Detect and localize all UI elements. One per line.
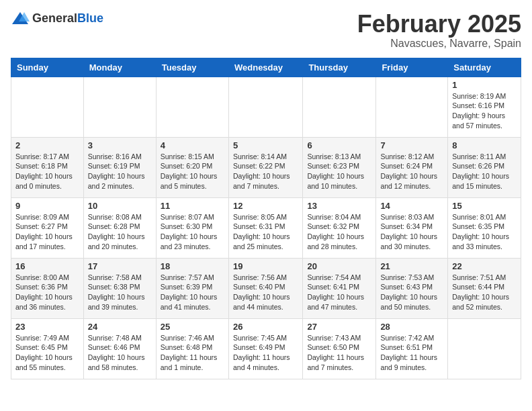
calendar-cell: 4Sunrise: 8:15 AM Sunset: 6:20 PM Daylig…: [156, 137, 228, 197]
day-info: Sunrise: 8:08 AM Sunset: 6:28 PM Dayligh…: [88, 212, 152, 252]
day-info: Sunrise: 8:05 AM Sunset: 6:31 PM Dayligh…: [233, 212, 298, 252]
calendar-cell: 26Sunrise: 7:45 AM Sunset: 6:49 PM Dayli…: [228, 318, 302, 379]
weekday-header: Wednesday: [228, 58, 302, 77]
day-info: Sunrise: 8:17 AM Sunset: 6:18 PM Dayligh…: [15, 152, 79, 191]
day-number: 21: [380, 261, 443, 271]
weekday-header: Monday: [83, 58, 156, 77]
day-info: Sunrise: 7:42 AM Sunset: 6:51 PM Dayligh…: [380, 333, 443, 373]
day-number: 27: [307, 322, 371, 332]
day-info: Sunrise: 8:19 AM Sunset: 6:16 PM Dayligh…: [452, 91, 517, 131]
month-title: February 2025: [357, 11, 521, 38]
calendar-cell: 13Sunrise: 8:04 AM Sunset: 6:32 PM Dayli…: [303, 197, 376, 258]
calendar-cell: 18Sunrise: 7:57 AM Sunset: 6:39 PM Dayli…: [156, 258, 228, 318]
calendar-cell: [11, 77, 84, 137]
day-number: 8: [452, 140, 517, 150]
calendar-cell: 15Sunrise: 8:01 AM Sunset: 6:35 PM Dayli…: [448, 197, 521, 258]
day-number: 6: [307, 140, 371, 150]
logo-icon: [11, 11, 30, 26]
day-info: Sunrise: 7:49 AM Sunset: 6:45 PM Dayligh…: [15, 333, 79, 373]
calendar-header-row: SundayMondayTuesdayWednesdayThursdayFrid…: [11, 58, 521, 77]
calendar-table: SundayMondayTuesdayWednesdayThursdayFrid…: [11, 58, 521, 379]
day-info: Sunrise: 8:01 AM Sunset: 6:35 PM Dayligh…: [452, 212, 517, 252]
day-info: Sunrise: 7:57 AM Sunset: 6:39 PM Dayligh…: [161, 273, 224, 312]
day-info: Sunrise: 8:11 AM Sunset: 6:26 PM Dayligh…: [452, 152, 517, 191]
calendar-cell: 22Sunrise: 7:51 AM Sunset: 6:44 PM Dayli…: [448, 258, 521, 318]
day-number: 2: [15, 140, 79, 150]
day-number: 11: [161, 201, 224, 211]
day-number: 7: [380, 140, 443, 150]
day-number: 4: [161, 140, 224, 150]
day-number: 20: [307, 261, 371, 271]
title-area: February 2025 Navascues, Navarre, Spain: [357, 11, 521, 50]
day-number: 16: [15, 261, 79, 271]
day-info: Sunrise: 8:07 AM Sunset: 6:30 PM Dayligh…: [161, 212, 224, 252]
day-info: Sunrise: 7:51 AM Sunset: 6:44 PM Dayligh…: [452, 273, 517, 312]
calendar-cell: [376, 77, 448, 137]
calendar-week-row: 16Sunrise: 8:00 AM Sunset: 6:36 PM Dayli…: [11, 258, 521, 318]
calendar-cell: 25Sunrise: 7:46 AM Sunset: 6:48 PM Dayli…: [156, 318, 228, 379]
day-number: 1: [452, 80, 517, 90]
day-number: 13: [307, 201, 371, 211]
day-number: 12: [233, 201, 298, 211]
calendar-cell: 6Sunrise: 8:13 AM Sunset: 6:23 PM Daylig…: [303, 137, 376, 197]
calendar-cell: 7Sunrise: 8:12 AM Sunset: 6:24 PM Daylig…: [376, 137, 448, 197]
calendar-cell: 20Sunrise: 7:54 AM Sunset: 6:41 PM Dayli…: [303, 258, 376, 318]
day-info: Sunrise: 7:58 AM Sunset: 6:38 PM Dayligh…: [88, 273, 152, 312]
calendar-cell: 3Sunrise: 8:16 AM Sunset: 6:19 PM Daylig…: [83, 137, 156, 197]
calendar-cell: [448, 318, 521, 379]
calendar-cell: 11Sunrise: 8:07 AM Sunset: 6:30 PM Dayli…: [156, 197, 228, 258]
day-info: Sunrise: 8:14 AM Sunset: 6:22 PM Dayligh…: [233, 152, 298, 191]
day-info: Sunrise: 7:53 AM Sunset: 6:43 PM Dayligh…: [380, 273, 443, 312]
day-info: Sunrise: 7:43 AM Sunset: 6:50 PM Dayligh…: [307, 333, 371, 373]
day-number: 23: [15, 322, 79, 332]
day-info: Sunrise: 8:15 AM Sunset: 6:20 PM Dayligh…: [161, 152, 224, 191]
calendar-cell: [303, 77, 376, 137]
location-title: Navascues, Navarre, Spain: [357, 38, 521, 50]
day-number: 3: [88, 140, 152, 150]
day-number: 9: [15, 201, 79, 211]
calendar-cell: 9Sunrise: 8:09 AM Sunset: 6:27 PM Daylig…: [11, 197, 84, 258]
calendar-cell: 27Sunrise: 7:43 AM Sunset: 6:50 PM Dayli…: [303, 318, 376, 379]
day-info: Sunrise: 8:00 AM Sunset: 6:36 PM Dayligh…: [15, 273, 79, 312]
calendar-cell: 1Sunrise: 8:19 AM Sunset: 6:16 PM Daylig…: [448, 77, 521, 137]
day-number: 19: [233, 261, 298, 271]
calendar-week-row: 9Sunrise: 8:09 AM Sunset: 6:27 PM Daylig…: [11, 197, 521, 258]
calendar-cell: 14Sunrise: 8:03 AM Sunset: 6:34 PM Dayli…: [376, 197, 448, 258]
calendar-cell: 10Sunrise: 8:08 AM Sunset: 6:28 PM Dayli…: [83, 197, 156, 258]
day-info: Sunrise: 8:12 AM Sunset: 6:24 PM Dayligh…: [380, 152, 443, 191]
calendar-cell: 28Sunrise: 7:42 AM Sunset: 6:51 PM Dayli…: [376, 318, 448, 379]
day-info: Sunrise: 8:13 AM Sunset: 6:23 PM Dayligh…: [307, 152, 371, 191]
calendar-cell: [228, 77, 302, 137]
calendar-cell: 12Sunrise: 8:05 AM Sunset: 6:31 PM Dayli…: [228, 197, 302, 258]
day-number: 18: [161, 261, 224, 271]
day-number: 26: [233, 322, 298, 332]
logo-blue: Blue: [77, 11, 103, 25]
day-info: Sunrise: 7:45 AM Sunset: 6:49 PM Dayligh…: [233, 333, 298, 373]
calendar-cell: 19Sunrise: 7:56 AM Sunset: 6:40 PM Dayli…: [228, 258, 302, 318]
day-number: 24: [88, 322, 152, 332]
calendar-cell: [156, 77, 228, 137]
day-info: Sunrise: 8:09 AM Sunset: 6:27 PM Dayligh…: [15, 212, 79, 252]
day-info: Sunrise: 7:56 AM Sunset: 6:40 PM Dayligh…: [233, 273, 298, 312]
day-info: Sunrise: 7:48 AM Sunset: 6:46 PM Dayligh…: [88, 333, 152, 373]
calendar-week-row: 2Sunrise: 8:17 AM Sunset: 6:18 PM Daylig…: [11, 137, 521, 197]
day-number: 25: [161, 322, 224, 332]
weekday-header: Thursday: [303, 58, 376, 77]
logo: GeneralBlue: [11, 11, 103, 26]
weekday-header: Sunday: [11, 58, 84, 77]
calendar-cell: 24Sunrise: 7:48 AM Sunset: 6:46 PM Dayli…: [83, 318, 156, 379]
weekday-header: Saturday: [448, 58, 521, 77]
calendar-cell: 16Sunrise: 8:00 AM Sunset: 6:36 PM Dayli…: [11, 258, 84, 318]
day-number: 10: [88, 201, 152, 211]
calendar-week-row: 1Sunrise: 8:19 AM Sunset: 6:16 PM Daylig…: [11, 77, 521, 137]
day-number: 15: [452, 201, 517, 211]
day-info: Sunrise: 8:03 AM Sunset: 6:34 PM Dayligh…: [380, 212, 443, 252]
day-info: Sunrise: 8:04 AM Sunset: 6:32 PM Dayligh…: [307, 212, 371, 252]
weekday-header: Friday: [376, 58, 448, 77]
day-info: Sunrise: 8:16 AM Sunset: 6:19 PM Dayligh…: [88, 152, 152, 191]
logo-general: General: [32, 11, 77, 25]
day-info: Sunrise: 7:46 AM Sunset: 6:48 PM Dayligh…: [161, 333, 224, 373]
calendar-week-row: 23Sunrise: 7:49 AM Sunset: 6:45 PM Dayli…: [11, 318, 521, 379]
calendar-cell: 2Sunrise: 8:17 AM Sunset: 6:18 PM Daylig…: [11, 137, 84, 197]
calendar-cell: 5Sunrise: 8:14 AM Sunset: 6:22 PM Daylig…: [228, 137, 302, 197]
